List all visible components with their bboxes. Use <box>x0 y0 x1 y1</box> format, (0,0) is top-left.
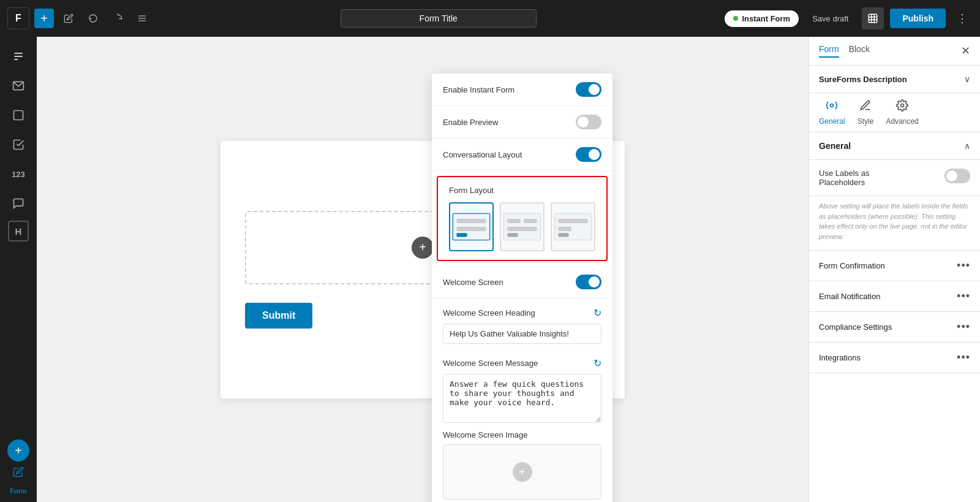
svg-rect-18 <box>507 227 537 231</box>
conversational-layout-row: Conversational Layout <box>432 139 612 171</box>
general-icon <box>826 99 838 115</box>
dropdown-panel: Enable Instant Form Enable Preview Conve… <box>432 74 612 502</box>
svg-rect-19 <box>507 233 518 237</box>
sub-tab-advanced[interactable]: Advanced <box>886 99 918 126</box>
enable-instant-form-toggle[interactable] <box>576 82 601 97</box>
more-options-button[interactable]: ⋮ <box>952 9 973 28</box>
form-title-input[interactable]: Form Title <box>341 9 537 28</box>
refresh-icon[interactable]: ↻ <box>594 307 601 319</box>
email-notification-more[interactable]: ••• <box>957 290 970 303</box>
instant-form-label: Instant Form <box>742 14 790 23</box>
toolbar-center: Form Title <box>157 9 720 28</box>
left-sidebar: 123 H + Form <box>0 37 37 502</box>
compliance-settings-more[interactable]: ••• <box>957 321 970 333</box>
form-confirmation-label: Form Confirmation <box>819 261 885 270</box>
svg-rect-9 <box>14 111 23 120</box>
compliance-settings-row[interactable]: Compliance Settings ••• <box>809 312 980 343</box>
style-icon <box>859 99 872 115</box>
list-view-button[interactable] <box>132 9 152 28</box>
green-dot-icon <box>733 16 738 21</box>
integrations-row[interactable]: Integrations ••• <box>809 343 980 373</box>
welcome-screen-message-textarea[interactable]: Answer a few quick questions to share yo… <box>443 374 601 423</box>
sidebar-icon-chat[interactable] <box>6 191 31 216</box>
refresh-message-icon[interactable]: ↻ <box>594 357 601 369</box>
svg-point-24 <box>831 104 834 107</box>
layout-option-3[interactable] <box>551 202 595 251</box>
form-confirmation-row[interactable]: Form Confirmation ••• <box>809 251 980 281</box>
use-labels-toggle[interactable] <box>944 169 970 183</box>
enable-preview-toggle[interactable] <box>576 115 601 129</box>
svg-rect-16 <box>507 219 521 223</box>
logo: F <box>7 7 29 29</box>
email-notification-label: Email Notification <box>819 292 880 301</box>
panel-tabs: Form Block <box>819 44 870 58</box>
layout-option-2[interactable] <box>500 202 545 251</box>
conversational-layout-label: Conversational Layout <box>443 150 522 159</box>
welcome-screen-message-label: Welcome Screen Message ↻ <box>443 357 601 369</box>
sub-tab-style[interactable]: Style <box>858 99 874 126</box>
welcome-screen-row: Welcome Screen <box>432 266 612 299</box>
add-block-button[interactable]: + <box>34 9 54 28</box>
close-panel-button[interactable]: ✕ <box>961 44 970 58</box>
use-labels-description: Above setting will place the labels insi… <box>809 196 980 251</box>
enable-instant-form-label: Enable Instant Form <box>443 85 514 94</box>
compliance-settings-label: Compliance Settings <box>819 322 892 332</box>
svg-rect-22 <box>558 227 571 231</box>
welcome-screen-heading-input[interactable]: Help Us Gather Valuable Insights! <box>443 324 601 344</box>
email-notification-row[interactable]: Email Notification ••• <box>809 281 980 312</box>
svg-rect-21 <box>558 219 587 223</box>
edit-icon[interactable] <box>59 9 78 28</box>
chevron-up-icon: ∧ <box>964 141 970 151</box>
redo-button[interactable] <box>108 9 127 28</box>
sidebar-icon-check[interactable] <box>6 132 31 157</box>
right-panel: Form Block ✕ SureForms Description ∨ Gen… <box>809 37 980 502</box>
sureforms-description-label: SureForms Description <box>819 75 907 84</box>
layout-options <box>449 202 595 251</box>
form-layout-label: Form Layout <box>449 186 595 195</box>
save-draft-button[interactable]: Save draft <box>805 10 856 27</box>
toolbar-left: F + <box>7 7 152 29</box>
general-section-label: General <box>819 141 851 151</box>
add-block-circle-icon: + <box>412 237 434 259</box>
integrations-more[interactable]: ••• <box>957 351 970 364</box>
welcome-screen-toggle[interactable] <box>576 275 601 289</box>
svg-rect-12 <box>456 219 486 223</box>
tab-block[interactable]: Block <box>849 44 870 58</box>
instant-form-badge[interactable]: Instant Form <box>725 10 799 27</box>
settings-icon[interactable] <box>862 7 884 29</box>
sub-tabs: General Style Advanced <box>809 93 980 132</box>
sidebar-icon-mail[interactable] <box>6 74 31 98</box>
conversational-layout-toggle[interactable] <box>576 147 601 162</box>
sidebar-pencil-icon[interactable] <box>13 466 24 480</box>
toolbar: F + Form Title Instant Form Save draft P… <box>0 0 980 37</box>
sidebar-icon-123[interactable]: 123 <box>6 162 31 186</box>
svg-rect-17 <box>524 219 537 223</box>
image-upload-area[interactable]: + <box>443 444 601 500</box>
toolbar-right: Instant Form Save draft Publish ⋮ <box>725 7 973 29</box>
layout-option-1[interactable] <box>449 202 494 251</box>
general-section-header[interactable]: General ∧ <box>809 132 980 160</box>
enable-preview-row: Enable Preview <box>432 106 612 139</box>
sidebar-icon-h[interactable]: H <box>8 221 29 241</box>
submit-button[interactable]: Submit <box>245 303 312 329</box>
advanced-icon <box>896 99 908 115</box>
use-labels-row: Use Labels as Placeholders <box>809 160 980 196</box>
image-add-icon: + <box>513 462 532 482</box>
svg-rect-14 <box>456 233 467 237</box>
welcome-image-section: Welcome Screen Image + <box>432 430 612 502</box>
sureforms-description-row[interactable]: SureForms Description ∨ <box>809 66 980 93</box>
tab-form[interactable]: Form <box>819 44 839 58</box>
form-layout-section: Form Layout <box>437 176 608 261</box>
sidebar-icon-layout[interactable] <box>6 103 31 127</box>
publish-button[interactable]: Publish <box>890 9 946 28</box>
svg-rect-3 <box>869 14 878 23</box>
sub-tab-general[interactable]: General <box>819 99 845 126</box>
sidebar-icon-text[interactable] <box>6 44 31 69</box>
enable-preview-label: Enable Preview <box>443 118 498 127</box>
welcome-screen-heading-label: Welcome Screen Heading ↻ <box>443 307 601 319</box>
undo-button[interactable] <box>83 9 103 28</box>
svg-point-25 <box>901 104 904 107</box>
form-confirmation-more[interactable]: ••• <box>957 259 970 272</box>
sidebar-add-button[interactable]: + <box>7 439 29 462</box>
right-panel-header: Form Block ✕ <box>809 37 980 66</box>
